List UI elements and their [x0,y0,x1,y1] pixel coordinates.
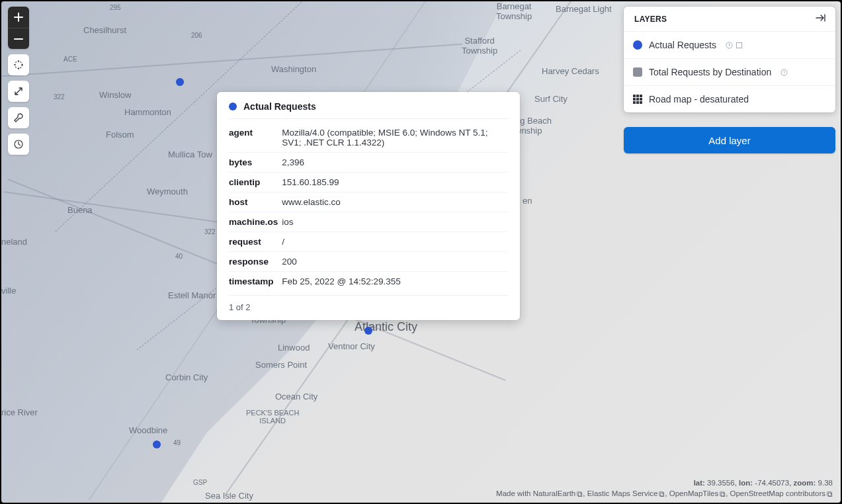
property-key: timestamp [229,272,282,292]
tooltip-header: Actual Requests [229,101,508,119]
coordinates-readout: lat: 39.3556, lon: -74.45073, zoom: 9.38 [496,479,833,487]
expand-arrows-icon [13,86,24,97]
table-row: timestampFeb 25, 2022 @ 14:52:29.355 [229,272,508,292]
attribution-link-osm[interactable]: OpenStreetMap contributors⧉ [730,489,833,497]
circle-icon [633,40,642,50]
property-key: agent [229,123,282,153]
layers-panel-header: LAYERS [624,7,835,32]
attribution-link-naturalearth[interactable]: NaturalEarth⧉ [533,489,583,497]
table-row: clientip151.60.185.99 [229,173,508,192]
place-label: Sea Isle City [205,491,253,501]
collapse-panel-button[interactable] [816,13,826,24]
property-value: ios [282,212,508,232]
layer-item-label: Road map - desaturated [649,94,749,105]
tooltip-properties-table: agentMozilla/4.0 (compatible; MSIE 6.0; … [229,123,508,291]
property-key: host [229,192,282,212]
attribution-link-openmaptiles[interactable]: OpenMapTiles⧉ [669,489,726,497]
tooltip-pagination: 1 of 2 [229,295,508,312]
property-key: machine.os [229,212,282,232]
tooltip-title: Actual Requests [243,101,316,112]
layers-panel: LAYERS Actual Requests Total Requests by… [624,7,835,112]
place-label: Harvey Cedars [542,66,599,76]
property-value: 151.60.185.99 [282,173,508,192]
place-label: PECK'S BEACH ISLAND [246,409,299,425]
layers-panel-title: LAYERS [634,15,667,24]
route-badge: GSP [193,479,207,486]
add-layer-button[interactable]: Add layer [624,127,835,153]
tools-button[interactable] [8,107,29,128]
data-point[interactable] [364,327,372,335]
fit-to-data-button[interactable] [8,54,29,75]
table-row: agentMozilla/4.0 (compatible; MSIE 6.0; … [229,123,508,153]
square-icon [736,42,743,49]
map-canvas[interactable]: Chesilhurst Winslow Hammonton Folsom Mul… [1,1,841,503]
property-key: bytes [229,153,282,173]
clock-icon [780,69,788,76]
attribution-link-ems[interactable]: Elastic Maps Service⧉ [587,489,665,497]
external-link-icon: ⧉ [720,490,726,499]
svg-rect-3 [736,42,741,48]
table-row: request/ [229,232,508,252]
table-row: response200 [229,252,508,272]
place-label: en [523,196,532,206]
external-link-icon: ⧉ [577,490,583,499]
expand-button[interactable] [8,81,29,102]
layer-item-label: Total Requests by Destination [649,67,771,77]
crosshair-icon [13,60,24,70]
external-link-icon: ⧉ [659,490,665,499]
property-value: / [282,232,508,252]
property-value: www.elastic.co [282,192,508,212]
layer-item-road-map[interactable]: Road map - desaturated [624,86,835,112]
map-footer: lat: 39.3556, lon: -74.45073, zoom: 9.38… [496,476,833,499]
property-key: response [229,252,282,272]
zoom-in-button[interactable] [8,7,29,28]
table-row: bytes2,396 [229,153,508,173]
place-label: Ventnor City [328,341,375,351]
wrench-icon [13,112,24,123]
timeslider-button[interactable] [8,134,29,155]
property-value: Feb 25, 2022 @ 14:52:29.355 [282,272,508,292]
collapse-right-icon [816,13,826,22]
feature-tooltip: Actual Requests agentMozilla/4.0 (compat… [217,92,520,320]
layer-item-total-requests[interactable]: Total Requests by Destination [624,59,835,86]
property-value: Mozilla/4.0 (compatible; MSIE 6.0; Windo… [282,123,508,153]
property-key: clientip [229,173,282,192]
square-filled-icon [633,67,642,77]
zoom-out-button[interactable] [8,28,29,49]
globe-clock-icon [13,139,24,149]
table-row: hostwww.elastic.co [229,192,508,212]
data-point[interactable] [153,441,161,448]
grid-icon [633,95,642,104]
place-label: Surf City [534,94,568,104]
external-link-icon: ⧉ [827,490,833,499]
table-row: machine.osios [229,212,508,232]
attribution-line: Made with NaturalEarth⧉, Elastic Maps Se… [496,489,833,499]
property-value: 2,396 [282,153,508,173]
circle-icon [229,103,237,110]
map-toolbar [8,7,29,155]
property-value: 200 [282,252,508,272]
clock-icon [726,42,733,49]
layer-item-label: Actual Requests [649,40,716,50]
plus-icon [14,13,23,22]
property-key: request [229,232,282,252]
data-point[interactable] [176,78,184,86]
minus-icon [14,34,23,44]
place-label: ng Beach wnship [515,116,552,136]
svg-point-0 [15,62,22,69]
layer-item-actual-requests[interactable]: Actual Requests [624,32,835,59]
